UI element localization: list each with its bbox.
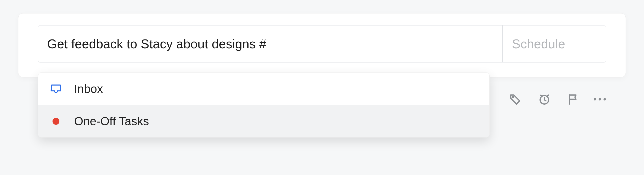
- schedule-button[interactable]: Schedule: [503, 25, 606, 62]
- quick-add-card: Schedule: [18, 13, 626, 77]
- task-input[interactable]: [38, 25, 502, 62]
- dropdown-item-inbox[interactable]: Inbox: [38, 73, 490, 105]
- inbox-icon: [48, 81, 63, 96]
- dropdown-item-project[interactable]: One-Off Tasks: [38, 105, 490, 137]
- tag-icon[interactable]: [507, 91, 524, 108]
- project-color-icon: [48, 114, 63, 129]
- alarm-icon[interactable]: [536, 91, 553, 108]
- more-icon[interactable]: [594, 98, 606, 101]
- svg-point-0: [512, 97, 514, 98]
- dropdown-item-label: One-Off Tasks: [74, 114, 149, 128]
- dropdown-item-label: Inbox: [74, 82, 103, 96]
- flag-icon[interactable]: [565, 91, 582, 108]
- project-autocomplete-dropdown: Inbox One-Off Tasks: [38, 72, 490, 138]
- task-composer: Schedule: [38, 25, 606, 62]
